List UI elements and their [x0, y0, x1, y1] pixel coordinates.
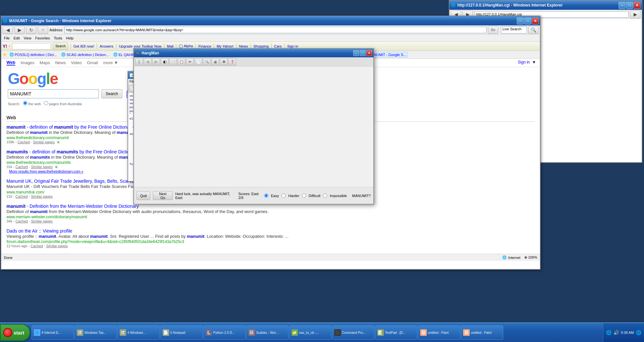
- live-search-btn[interactable]: 🔍: [528, 26, 539, 34]
- hm-btn-3[interactable]: ▷: [152, 58, 160, 65]
- hm-btn-5[interactable]: ⬜: [169, 58, 177, 65]
- taskbar-item-ie1[interactable]: 🌐 4 Internet E...: [32, 325, 74, 340]
- tab-gmail[interactable]: Gmail: [87, 60, 98, 65]
- google-go-btn[interactable]: Go: [488, 26, 498, 34]
- google-search-input[interactable]: [8, 89, 99, 98]
- search-radio-au[interactable]: [44, 101, 48, 105]
- menu-favorites[interactable]: Favorites: [35, 36, 50, 40]
- result-3-link[interactable]: Manumit UK, Original Fair Trade Jeweller…: [7, 178, 141, 184]
- cached-4[interactable]: Cached: [16, 219, 28, 223]
- taskbar-item-paint1[interactable]: 🖼 untitled - Paint: [418, 325, 460, 340]
- search-radio-web[interactable]: [23, 101, 27, 105]
- hm-btn-1[interactable]: │: [135, 58, 143, 65]
- hangman-minimize[interactable]: ─: [353, 50, 359, 56]
- ie-google-close[interactable]: ✕: [532, 18, 539, 24]
- google-refresh-btn[interactable]: ↻: [26, 26, 36, 34]
- tab-images[interactable]: Images: [20, 60, 34, 65]
- sign-in-link[interactable]: Sign in: [518, 60, 530, 64]
- yahoo-alpha-link[interactable]: ◯ Alpha: [179, 44, 193, 48]
- hm-btn-7[interactable]: ✂: [186, 58, 194, 65]
- menu-view[interactable]: View: [24, 36, 32, 40]
- hm-btn-8[interactable]: 📄: [195, 58, 202, 65]
- hm-btn-10[interactable]: 🖨: [211, 58, 219, 65]
- google-back-btn[interactable]: ◀: [3, 26, 13, 34]
- live-search-input[interactable]: Live Search: [501, 26, 527, 34]
- bookmark-scag[interactable]: 🌐 SCAG definition | Diction...: [60, 52, 110, 57]
- taskbar-item-windows2[interactable]: 🪟 4 Windows ...: [117, 325, 160, 340]
- difficulty-difficult[interactable]: [302, 193, 306, 198]
- hm-btn-4[interactable]: ◧: [161, 58, 168, 65]
- cached-3[interactable]: Cached: [16, 194, 28, 198]
- menu-file[interactable]: File: [4, 36, 10, 40]
- yahoo-finance-link[interactable]: Finance: [198, 44, 211, 48]
- minimize-button[interactable]: ─: [619, 2, 625, 9]
- menu-tools[interactable]: Tools: [54, 36, 62, 40]
- cached-1[interactable]: Cached: [18, 140, 30, 144]
- taskbar-item-paint2[interactable]: 🖼 untitled - Paint: [461, 325, 503, 340]
- yahoo-search-btn[interactable]: Search: [53, 43, 68, 50]
- go-button[interactable]: ▶: [630, 10, 640, 18]
- result-2-link[interactable]: manumits - definition of manumits by the…: [7, 149, 143, 154]
- taskbar-item-cmd[interactable]: ⬛ Command Pro...: [332, 325, 374, 340]
- result-4-link[interactable]: manumit - Definition from the Merriam-We…: [7, 204, 139, 209]
- similar-2[interactable]: Similar pages: [31, 165, 53, 169]
- difficulty-harder[interactable]: [281, 193, 286, 198]
- similar-4[interactable]: Similar pages: [31, 219, 53, 223]
- hm-btn-9[interactable]: 🔍: [203, 58, 211, 65]
- ie-google-address-input[interactable]: [64, 27, 487, 33]
- menu-help[interactable]: Help: [66, 36, 74, 40]
- yahoo-myyahoo-link[interactable]: My Yahoo!: [217, 44, 234, 48]
- yahoo-ie8-link[interactable]: Get IE8 now!: [74, 44, 94, 48]
- taskbar-item-nav[interactable]: 📁 nav_to_cb -...: [289, 325, 331, 340]
- hm-btn-6[interactable]: 📋: [178, 58, 185, 65]
- result-1-link[interactable]: manumit - definition of manumit by the F…: [7, 124, 138, 130]
- hangman-maximize[interactable]: □: [360, 50, 366, 56]
- google-search-btn[interactable]: Search: [101, 89, 122, 98]
- google-stop-btn[interactable]: ✕: [38, 26, 48, 34]
- yahoo-toolbar-upgrade-link[interactable]: Upgrade your Toolbar Now: [119, 44, 162, 48]
- maximize-button[interactable]: □: [626, 2, 633, 9]
- more-results-anchor[interactable]: More results from www.thefreedictionary.…: [9, 169, 83, 173]
- quit-button[interactable]: Quit: [137, 192, 150, 200]
- taskbar-item-sudoku[interactable]: 🔢 Sudoku - Wor...: [246, 325, 288, 340]
- yahoo-search-input[interactable]: [12, 43, 51, 50]
- similar-1[interactable]: Similar pages: [33, 140, 55, 144]
- taskbar-item-windows[interactable]: 🪟 Windows Tas...: [74, 325, 117, 340]
- taskbar-item-textpad[interactable]: 📝 TextPad - [D...: [375, 325, 417, 340]
- tab-video[interactable]: Video: [71, 60, 82, 65]
- start-button[interactable]: start: [0, 324, 30, 341]
- tab-more[interactable]: more ▼: [103, 60, 118, 65]
- menu-edit[interactable]: Edit: [14, 36, 20, 40]
- yahoo-mail-link[interactable]: Mail: [167, 44, 173, 48]
- cached-2[interactable]: Cached: [16, 165, 28, 169]
- ie-google-titlebar[interactable]: 🌐 MANUMIT - Google Search - Windows Inte…: [1, 16, 540, 25]
- yahoo-cars-link[interactable]: Cars: [274, 44, 282, 48]
- ie-google-maximize[interactable]: □: [524, 18, 531, 24]
- cached-5[interactable]: Cached: [31, 244, 43, 248]
- taskbar-item-python[interactable]: 🐍 Python 2.5 D...: [203, 325, 246, 340]
- result-4-meta: 34k - Cached - Similar pages: [7, 219, 535, 223]
- yahoo-news-link[interactable]: News: [239, 44, 248, 48]
- ie-hangman-titlebar[interactable]: 🌐 http://127.0.0.1/HangMan.cgi - Windows…: [449, 1, 642, 10]
- hm-btn-12[interactable]: ❓: [228, 58, 236, 65]
- google-forward-btn[interactable]: ▶: [14, 26, 25, 34]
- hm-btn-2[interactable]: ◁: [144, 58, 152, 65]
- taskbar-item-notepad[interactable]: 📄 5 Notepad: [160, 325, 203, 340]
- ie-google-minimize[interactable]: ─: [517, 18, 524, 24]
- difficulty-impossible[interactable]: [323, 193, 327, 198]
- bookmark-posslq[interactable]: 🌐 POSSLQ definition | Dict...: [8, 52, 58, 57]
- hm-btn-11[interactable]: ⚙: [220, 58, 228, 65]
- similar-3[interactable]: Similar pages: [31, 194, 53, 198]
- hangman-close[interactable]: ✕: [366, 50, 372, 56]
- next-go-button[interactable]: Next Go: [153, 192, 173, 200]
- tab-news[interactable]: News: [55, 60, 66, 65]
- result-5-link[interactable]: Dads on the Air :: Viewing profile: [7, 228, 72, 234]
- tab-maps[interactable]: Maps: [40, 60, 50, 65]
- yahoo-shopping-link[interactable]: Shopping: [253, 44, 269, 48]
- yahoo-answers-link[interactable]: Answers: [100, 44, 113, 48]
- similar-5[interactable]: Similar pages: [46, 244, 68, 248]
- yahoo-signin-link[interactable]: Sign in: [287, 44, 298, 48]
- difficulty-easy[interactable]: [264, 193, 268, 198]
- close-button[interactable]: ✕: [634, 2, 640, 9]
- tab-web[interactable]: Web: [7, 60, 15, 65]
